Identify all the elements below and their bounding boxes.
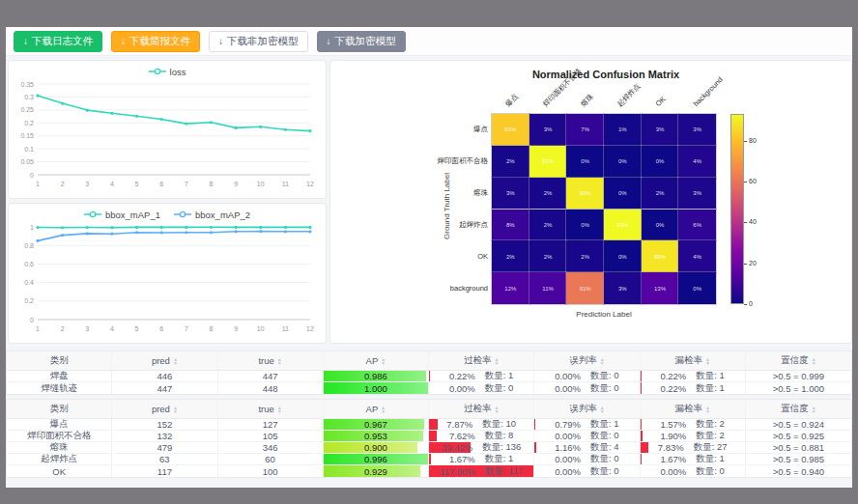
matrix-cell: 2% — [529, 210, 567, 241]
download-log-button[interactable]: ↓下载日志文件 — [14, 31, 102, 52]
svg-text:4: 4 — [110, 181, 114, 187]
column-header-AP[interactable]: AP▲▼ — [324, 351, 429, 370]
sort-carets-icon[interactable]: ▲▼ — [173, 406, 178, 413]
column-header-label: pred — [152, 355, 170, 366]
column-header-label: 类别 — [50, 354, 69, 367]
overkill-bar — [429, 419, 438, 430]
matrix-row-label: 起焊炸点 — [372, 220, 488, 230]
matrix-row-label: background — [372, 284, 488, 293]
legend-label: bbox_mAP_1 — [105, 210, 160, 220]
matrix-cell: 2% — [529, 240, 567, 272]
sort-carets-icon[interactable]: ▲▼ — [705, 406, 710, 413]
true-cell: 60 — [218, 454, 324, 464]
loss-chart-card: loss 00.050.10.150.20.250.30.35123456789… — [8, 60, 327, 199]
matrix-cell-value: 90% — [580, 190, 591, 196]
matrix-column-label: background — [691, 75, 724, 108]
ap-cell: 0.929 — [324, 465, 429, 477]
sort-carets-icon[interactable]: ▲▼ — [600, 357, 605, 365]
sort-carets-icon[interactable]: ▲▼ — [277, 357, 282, 365]
table-header-row: 类别pred▲▼true▲▼AP▲▼过检率▲▼误判率▲▼漏检率▲▼置信度▲▼ — [7, 351, 851, 371]
column-header-AP[interactable]: AP▲▼ — [324, 400, 429, 418]
column-header-true[interactable]: true▲▼ — [218, 351, 324, 370]
sort-carets-icon[interactable]: ▲▼ — [600, 406, 605, 413]
column-header-误判率[interactable]: 误判率▲▼ — [534, 351, 640, 370]
legend-item-loss[interactable]: loss — [149, 67, 186, 77]
overkill-percent: 0.22% — [449, 371, 475, 381]
pred-cell: 132 — [112, 431, 217, 441]
matrix-cell-value: 6% — [693, 222, 701, 228]
true-cell: 127 — [218, 419, 324, 430]
column-header-true[interactable]: true▲▼ — [218, 400, 324, 418]
download-icon: ↓ — [121, 37, 126, 46]
overkill-percent: 39.42% — [442, 442, 472, 453]
sort-carets-icon[interactable]: ▲▼ — [812, 357, 816, 365]
sort-carets-icon[interactable]: ▲▼ — [494, 406, 499, 413]
true-cell: 447 — [218, 371, 324, 381]
colorbar-tick-label: 60 — [749, 178, 757, 184]
overkill-cell: 117.00%数量: 117 — [429, 465, 534, 477]
column-header-置信度[interactable]: 置信度▲▼ — [746, 351, 851, 370]
miss-count: 数量: 1 — [696, 382, 725, 394]
matrix-cell: 6% — [678, 210, 716, 241]
column-header-过检率[interactable]: 过检率▲▼ — [429, 400, 534, 418]
matrix-cell: 93% — [604, 210, 642, 241]
legend-label: loss — [170, 67, 186, 77]
column-header-误判率[interactable]: 误判率▲▼ — [534, 400, 640, 418]
matrix-column-label: OK — [654, 95, 668, 108]
name-cell: 焊印面积不合格 — [7, 431, 112, 441]
sort-carets-icon[interactable]: ▲▼ — [705, 357, 710, 365]
svg-text:10: 10 — [257, 325, 265, 332]
download-report-button[interactable]: ↓下载简报文件 — [111, 31, 200, 52]
matrix-row-label: 熔珠 — [372, 188, 488, 198]
ap-value: 0.967 — [364, 419, 387, 430]
overkill-count: 数量: 10 — [482, 419, 516, 430]
column-header-置信度[interactable]: 置信度▲▼ — [746, 400, 851, 418]
sort-carets-icon[interactable]: ▲▼ — [381, 357, 386, 365]
colorbar-tick-label: 80 — [749, 137, 757, 144]
column-header-漏检率[interactable]: 漏检率▲▼ — [641, 400, 746, 418]
column-header-过检率[interactable]: 过检率▲▼ — [429, 351, 534, 370]
confusion-matrix-card: Normalized Confusion Matrix Ground Truth… — [329, 60, 852, 344]
legend-marker-icon — [149, 68, 166, 75]
matrix-cell-value: 2% — [544, 254, 553, 260]
table-row: 熔珠4793460.90039.42%数量: 1361.16%数量: 47.83… — [7, 442, 851, 454]
matrix-cell: 3% — [529, 114, 567, 146]
sort-carets-icon[interactable]: ▲▼ — [173, 357, 178, 365]
ap-cell: 0.953 — [324, 431, 429, 441]
pred-cell: 446 — [112, 371, 217, 381]
confidence-cell: >0.5 = 0.925 — [746, 431, 851, 441]
download-unencrypted-model-button[interactable]: ↓下载非加密模型 — [209, 31, 308, 52]
overkill-bar — [429, 454, 431, 464]
metrics-tables: 类别pred▲▼true▲▼AP▲▼过检率▲▼误判率▲▼漏检率▲▼置信度▲▼焊盘… — [6, 350, 852, 478]
legend-item-bbox_mAP_2[interactable]: bbox_mAP_2 — [174, 210, 250, 220]
column-header-pred[interactable]: pred▲▼ — [112, 400, 217, 418]
column-header-label: AP — [366, 404, 379, 414]
sort-carets-icon[interactable]: ▲▼ — [381, 406, 386, 413]
legend-item-bbox_mAP_1[interactable]: bbox_mAP_1 — [84, 210, 160, 220]
misjudge-percent: 0.00% — [555, 371, 581, 381]
overkill-count: 数量: 8 — [485, 431, 514, 441]
svg-text:0: 0 — [30, 172, 34, 179]
matrix-cell-value: 2% — [506, 158, 515, 164]
button-label: 下载日志文件 — [32, 35, 93, 48]
download-icon: ↓ — [327, 37, 331, 46]
download-encrypted-model-button[interactable]: ↓下载加密模型 — [317, 31, 406, 52]
sort-carets-icon[interactable]: ▲▼ — [494, 357, 499, 365]
miss-bar — [641, 371, 642, 381]
miss-bar — [641, 382, 642, 394]
miss-count: 数量: 27 — [694, 442, 728, 453]
column-header-label: 过检率 — [464, 403, 492, 415]
download-icon: ↓ — [218, 37, 223, 46]
ap-value: 0.900 — [364, 442, 387, 453]
svg-text:6: 6 — [159, 325, 163, 332]
sort-carets-icon[interactable]: ▲▼ — [812, 406, 816, 413]
column-header-pred[interactable]: pred▲▼ — [112, 351, 217, 370]
miss-percent: 1.67% — [660, 454, 686, 464]
column-header-label: 漏检率 — [674, 354, 702, 367]
sort-carets-icon[interactable]: ▲▼ — [277, 406, 282, 413]
table-row: OK1171000.929117.00%数量: 1170.00%数量: 00.0… — [7, 465, 851, 477]
column-header-漏检率[interactable]: 漏检率▲▼ — [641, 351, 746, 370]
matrix-cell-value: 0% — [656, 158, 665, 164]
matrix-cell-value: 2% — [581, 254, 589, 260]
matrix-cell: 7% — [566, 114, 604, 146]
